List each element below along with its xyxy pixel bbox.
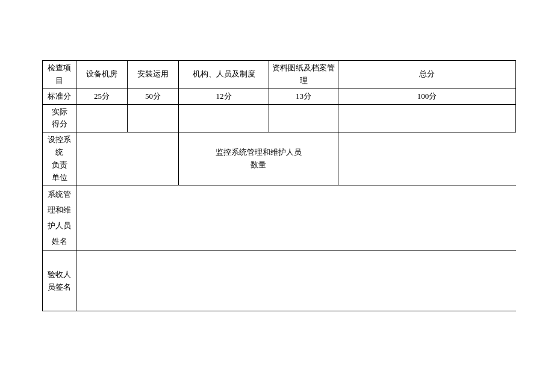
label-inspector-sign: 验收人 员签名 — [43, 251, 76, 311]
header-install-use: 安装运用 — [128, 61, 179, 89]
actual-org-personnel — [179, 104, 269, 132]
header-check-item: 检查项目 — [43, 61, 76, 89]
actual-install-use — [128, 104, 179, 132]
label-responsible-unit: 设控系统 负责 单位 — [43, 132, 76, 185]
label-personnel-count: 监控系统管理和维护人员 数量 — [179, 132, 338, 185]
table-container: 检查项目 设备机房 安装运用 机构、人员及制度 资料图纸及档案管 理 总分 标准… — [42, 60, 516, 311]
table-row: 检查项目 设备机房 安装运用 机构、人员及制度 资料图纸及档案管 理 总分 — [43, 61, 516, 89]
table-row: 系统管 理和维 护人员 姓名 — [43, 185, 516, 251]
header-equipment-room: 设备机房 — [76, 61, 128, 89]
value-personnel-count — [338, 132, 516, 185]
table-row: 标准分 25分 50分 12分 13分 100分 — [43, 89, 516, 104]
table-row: 设控系统 负责 单位 监控系统管理和维护人员 数量 — [43, 132, 516, 185]
actual-docs-archive — [269, 104, 338, 132]
header-org-personnel: 机构、人员及制度 — [179, 61, 269, 89]
header-docs-archive: 资料图纸及档案管 理 — [269, 61, 338, 89]
table-row: 实际 得分 — [43, 104, 516, 132]
score-docs-archive: 13分 — [269, 89, 338, 104]
score-install-use: 50分 — [128, 89, 179, 104]
inspection-table: 检查项目 设备机房 安装运用 机构、人员及制度 资料图纸及档案管 理 总分 标准… — [42, 60, 516, 311]
label-actual-score: 实际 得分 — [43, 104, 76, 132]
score-equipment-room: 25分 — [76, 89, 128, 104]
value-inspector-sign — [76, 251, 516, 311]
label-personnel-names: 系统管 理和维 护人员 姓名 — [43, 185, 76, 251]
value-responsible-unit — [76, 132, 179, 185]
label-standard-score: 标准分 — [43, 89, 76, 104]
value-personnel-names — [76, 185, 516, 251]
actual-total — [338, 104, 516, 132]
score-org-personnel: 12分 — [179, 89, 269, 104]
actual-equipment-room — [76, 104, 128, 132]
header-total: 总分 — [338, 61, 516, 89]
score-total: 100分 — [338, 89, 516, 104]
table-row: 验收人 员签名 — [43, 251, 516, 311]
